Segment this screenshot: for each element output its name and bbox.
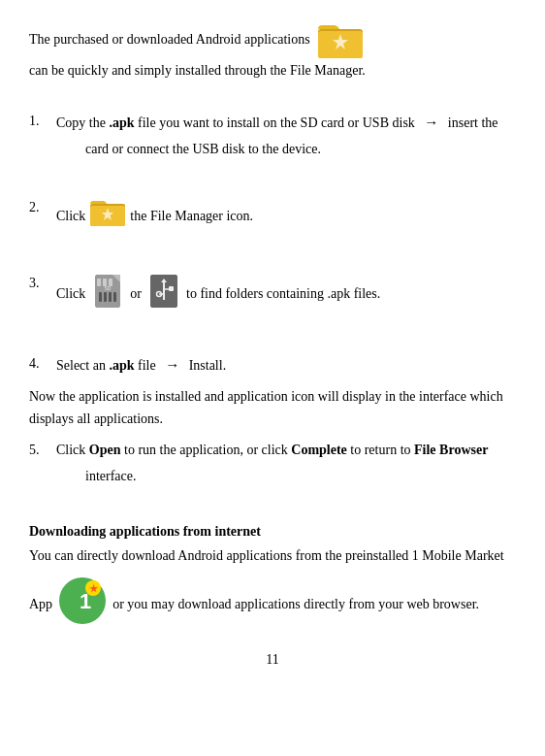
step-1-content: Copy the .apk file you want to install o…	[56, 111, 516, 160]
folder-icon-inline	[316, 19, 365, 60]
step-2-click: Click	[56, 206, 85, 227]
step-5-num: 5.	[29, 440, 56, 461]
step-3-post: to find folders containing .apk files.	[186, 283, 380, 305]
folder-icon-step2	[89, 197, 126, 235]
arrow-1: →	[424, 115, 438, 130]
svg-rect-13	[97, 279, 101, 286]
step-4: 4. Select an .apk file → Install.	[29, 353, 516, 377]
step-2-num: 2.	[29, 197, 56, 218]
svg-text:★: ★	[89, 583, 99, 594]
intro-text-after: can be quickly and simply installed thro…	[29, 60, 366, 82]
svg-rect-12	[113, 292, 116, 302]
svg-rect-11	[109, 292, 112, 302]
app-line: App 1 ★ or you may download applications…	[29, 576, 516, 632]
step-2: 2. Click the File Manager icon.	[29, 197, 516, 235]
open-bold: Open	[89, 443, 121, 457]
arrow-4: →	[165, 357, 179, 373]
step-5-content: Click Open to run the application, or cl…	[56, 440, 516, 487]
step-1-main: Copy the .apk file you want to install o…	[56, 115, 498, 130]
step-1-num: 1.	[29, 111, 56, 132]
step-1-sub: card or connect the USB disk to the devi…	[85, 139, 516, 160]
download-heading: Downloading applications from internet	[29, 524, 516, 540]
apk-bold: .apk	[109, 115, 134, 130]
intro-paragraph: The purchased or downloaded Android appl…	[29, 19, 516, 82]
sd-card-icon: SD	[89, 273, 126, 316]
step-3-content: Click SD	[56, 273, 516, 316]
step-5: 5. Click Open to run the application, or…	[29, 440, 516, 487]
complete-bold: Complete	[291, 443, 347, 457]
step-1: 1. Copy the .apk file you want to instal…	[29, 111, 516, 160]
installed-text: Now the application is installed and app…	[29, 386, 516, 430]
step-5-text: Click Open to run the application, or cl…	[56, 443, 488, 457]
step-3-icon-row: Click SD	[56, 273, 516, 316]
file-browser-bold: File Browser	[414, 443, 488, 457]
step-3-num: 3.	[29, 273, 56, 294]
step-4-apk-bold: .apk	[109, 358, 134, 373]
svg-rect-21	[169, 286, 174, 291]
step-3-or: or	[130, 283, 142, 305]
step-4-text: Select an .apk file → Install.	[56, 358, 226, 373]
download-text: You can directly download Android applic…	[29, 545, 516, 567]
step-4-content: Select an .apk file → Install.	[56, 353, 516, 377]
svg-rect-9	[99, 292, 102, 302]
page-number: 11	[29, 652, 516, 668]
step-3-click: Click	[56, 283, 85, 305]
step-2-icon-row: Click the File Manager icon.	[56, 197, 516, 235]
step-2-post: the File Manager icon.	[130, 206, 253, 227]
svg-rect-10	[104, 292, 107, 302]
app-label: App	[29, 594, 52, 615]
market-icon: 1 ★	[58, 576, 107, 632]
step-4-num: 4.	[29, 353, 56, 375]
step-3: 3. Click S	[29, 273, 516, 316]
folder-icon-svg	[316, 19, 365, 60]
svg-text:SD: SD	[105, 285, 112, 291]
intro-text-before: The purchased or downloaded Android appl…	[29, 29, 310, 50]
step-5-sub: interface.	[85, 466, 516, 487]
app-text-post: or you may download applications directl…	[112, 594, 479, 615]
usb-icon	[145, 273, 182, 316]
step-2-content: Click the File Manager icon.	[56, 197, 516, 235]
